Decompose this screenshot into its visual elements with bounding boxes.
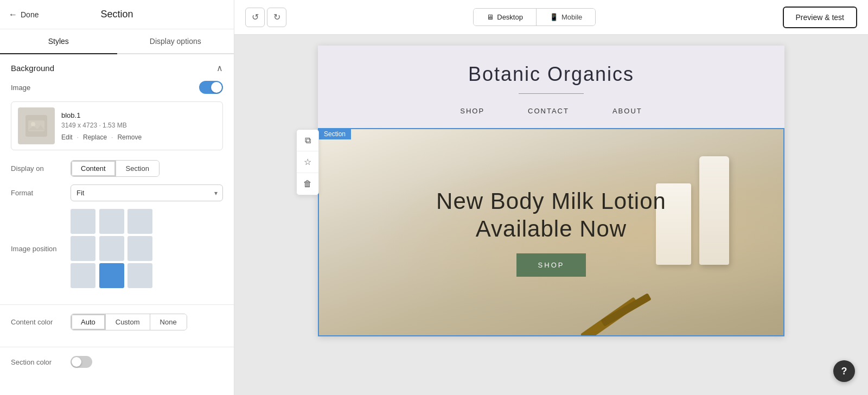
- format-label: Format: [11, 189, 71, 197]
- content-color-auto-btn[interactable]: Auto: [71, 314, 106, 330]
- left-panel: ← Done Section Styles Display options Ba…: [0, 0, 234, 395]
- canvas-toolbar: ↺ ↻ 🖥 Desktop 📱 Mobile Preview & test: [234, 0, 868, 35]
- copy-section-btn[interactable]: ⧉: [297, 130, 318, 151]
- edit-image-link[interactable]: Edit: [61, 133, 73, 141]
- help-label: ?: [841, 366, 847, 377]
- site-brand: Botanic Organics: [350, 63, 752, 86]
- tabs: Styles Display options: [0, 29, 234, 54]
- section-color-row: Section color: [11, 356, 223, 368]
- hero-section: Section ⧉ ☆ 🗑: [318, 128, 784, 336]
- pos-cell-2[interactable]: [127, 209, 152, 234]
- pos-cell-7[interactable]: [99, 263, 124, 288]
- tab-display-options[interactable]: Display options: [117, 29, 234, 54]
- background-label: Background: [11, 63, 54, 73]
- pos-cell-5[interactable]: [127, 236, 152, 261]
- image-position-label: Image position: [11, 245, 71, 253]
- format-select[interactable]: Fit Fill Tile Scroll: [71, 184, 223, 201]
- display-on-section-btn[interactable]: Section: [116, 161, 159, 176]
- image-card: blob.1 3149 x 4723 · 1.53 MB Edit · Repl…: [11, 101, 223, 150]
- collapse-icon[interactable]: ∧: [216, 63, 223, 73]
- redo-button[interactable]: ↻: [267, 8, 286, 27]
- desktop-view-btn[interactable]: 🖥 Desktop: [474, 9, 537, 26]
- tall-bottle: [699, 156, 729, 265]
- position-grid: [71, 209, 154, 288]
- back-arrow-icon: ←: [9, 10, 17, 20]
- site-preview: Botanic Organics SHOP CONTACT ABOUT Sect…: [318, 46, 784, 336]
- preview-label: Preview & test: [796, 13, 844, 22]
- sep2: ·: [111, 133, 113, 141]
- content-color-group: Auto Custom None: [71, 314, 187, 330]
- image-meta: 3149 x 4723 · 1.53 MB: [61, 122, 216, 129]
- section-toolbar: ⧉ ☆ 🗑: [296, 129, 319, 195]
- pos-cell-0[interactable]: [71, 209, 95, 234]
- favorite-section-btn[interactable]: ☆: [297, 151, 318, 173]
- canvas-area: ↺ ↻ 🖥 Desktop 📱 Mobile Preview & test Bo…: [234, 0, 868, 395]
- site-nav: SHOP CONTACT ABOUT: [350, 107, 752, 115]
- sep1: ·: [77, 133, 79, 141]
- nav-contact[interactable]: CONTACT: [528, 107, 569, 115]
- image-position-row: Image position: [11, 209, 223, 288]
- desktop-icon: 🖥: [487, 13, 494, 21]
- content-color-custom-btn[interactable]: Custom: [106, 314, 150, 330]
- nav-about[interactable]: ABOUT: [612, 107, 642, 115]
- panel-title: Section: [100, 9, 133, 20]
- done-button[interactable]: ← Done: [9, 10, 39, 20]
- remove-image-link[interactable]: Remove: [117, 133, 142, 141]
- panel-header: ← Done Section: [0, 0, 234, 29]
- mobile-view-btn[interactable]: 📱 Mobile: [537, 9, 595, 26]
- pos-cell-8[interactable]: [127, 263, 152, 288]
- nav-shop[interactable]: SHOP: [460, 107, 484, 115]
- section-badge: Section: [318, 129, 351, 139]
- content-color-section: Content color Auto Custom None: [0, 305, 234, 347]
- section-color-toggle[interactable]: [71, 356, 92, 368]
- section-color-section: Section color: [0, 347, 234, 384]
- section-color-label: Section color: [11, 358, 71, 366]
- background-header: Background ∧: [11, 63, 223, 73]
- display-on-group: Content Section: [71, 160, 159, 177]
- mobile-label: Mobile: [561, 13, 582, 21]
- pos-cell-1[interactable]: [99, 209, 124, 234]
- hero-title-line2: Available Now: [476, 216, 627, 241]
- image-thumbnail: [18, 107, 55, 144]
- replace-image-link[interactable]: Replace: [83, 133, 107, 141]
- canvas-body[interactable]: Botanic Organics SHOP CONTACT ABOUT Sect…: [234, 35, 868, 395]
- site-header: Botanic Organics SHOP CONTACT ABOUT: [318, 46, 784, 128]
- image-info: blob.1 3149 x 4723 · 1.53 MB Edit · Repl…: [61, 111, 216, 141]
- content-color-row: Content color Auto Custom None: [11, 314, 223, 330]
- image-toggle-row: Image: [11, 81, 223, 94]
- done-label: Done: [21, 10, 39, 19]
- hero-title: New Body Milk Lotion Available Now: [436, 188, 666, 243]
- site-divider: [519, 93, 584, 94]
- undo-button[interactable]: ↺: [245, 8, 265, 27]
- format-row: Format Fit Fill Tile Scroll ▾: [11, 184, 223, 201]
- image-dimensions: 3149 x 4723: [61, 122, 97, 129]
- pos-cell-4[interactable]: [99, 236, 124, 261]
- delete-section-btn[interactable]: 🗑: [297, 173, 318, 195]
- content-color-none-btn[interactable]: None: [150, 314, 187, 330]
- view-toggle: 🖥 Desktop 📱 Mobile: [473, 8, 596, 26]
- display-options-tab-label: Display options: [150, 37, 201, 46]
- image-actions: Edit · Replace · Remove: [61, 133, 216, 141]
- background-section: Background ∧ Image blob.1 3149 x 4723: [0, 54, 234, 305]
- hero-title-line1: New Body Milk Lotion: [436, 188, 666, 214]
- styles-tab-label: Styles: [48, 37, 69, 46]
- site-hero: New Body Milk Lotion Available Now SHOP: [319, 129, 783, 335]
- hero-text: New Body Milk Lotion Available Now SHOP: [436, 188, 666, 277]
- preview-button[interactable]: Preview & test: [783, 7, 857, 28]
- hero-shop-label: SHOP: [538, 261, 565, 269]
- hero-shop-button[interactable]: SHOP: [516, 253, 586, 277]
- pos-cell-3[interactable]: [71, 236, 95, 261]
- tab-styles[interactable]: Styles: [0, 29, 117, 54]
- image-label: Image: [11, 84, 30, 92]
- desktop-label: Desktop: [497, 13, 523, 21]
- help-bubble[interactable]: ?: [833, 360, 855, 382]
- pos-cell-6[interactable]: [71, 263, 95, 288]
- comb2: [601, 293, 652, 327]
- image-name: blob.1: [61, 111, 216, 119]
- display-on-label: Display on: [11, 164, 71, 173]
- image-toggle[interactable]: [199, 81, 223, 94]
- toolbar-left: ↺ ↻: [245, 8, 286, 27]
- mobile-icon: 📱: [550, 13, 558, 21]
- display-on-content-btn[interactable]: Content: [71, 161, 116, 176]
- svg-point-2: [31, 122, 35, 126]
